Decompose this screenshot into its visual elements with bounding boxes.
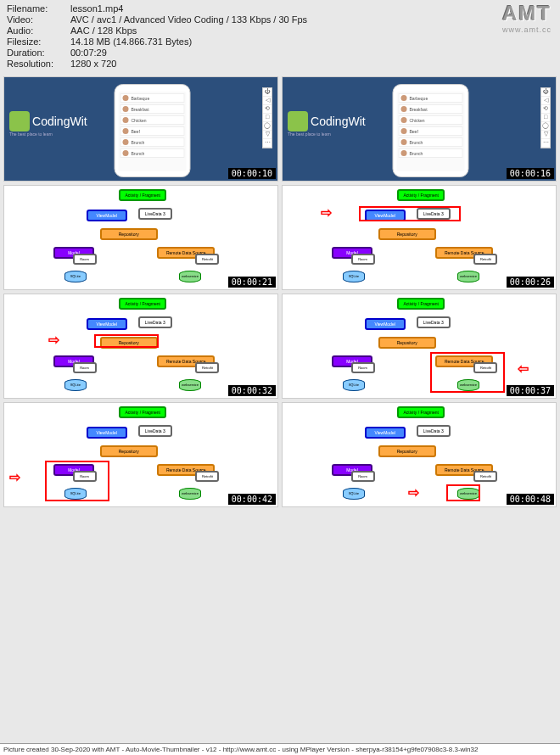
sqlite-cylinder: SQLite [343, 271, 365, 282]
room-box: Room [73, 254, 97, 265]
phone-screen: Barbeque Breakfast Chicken Beef Brunch B… [119, 92, 187, 171]
livedata-box: LiveData 3 [417, 316, 451, 328]
thumb-3: Activity / Fragment ViewModel LiveData 3… [3, 185, 278, 290]
resolution-value: 1280 x 720 [70, 59, 116, 69]
retrofit-box: Retrofit [473, 254, 497, 265]
arrow-icon: ⇨ [48, 332, 59, 348]
thumb-5: Activity / Fragment ViewModel LiveData 3… [3, 294, 278, 399]
brand-title: CodingWit [311, 115, 366, 128]
repository-box: Repository [100, 228, 158, 240]
phone-mockup: Barbeque Breakfast Chicken Beef Brunch B… [393, 84, 469, 177]
sqlite-cylinder: SQLite [343, 488, 365, 500]
sqlite-cylinder: SQLite [64, 379, 87, 391]
list-item: Brunch [399, 148, 463, 158]
viewmodel-box: ViewModel [87, 318, 127, 330]
thumb-7: Activity / Fragment ViewModel LiveData 3… [3, 402, 278, 507]
resolution-label: Resolution: [7, 59, 70, 69]
timestamp: 00:00:10 [228, 168, 276, 179]
list-item: Breakfast [399, 104, 463, 114]
viewmodel-box: ViewModel [87, 427, 127, 439]
livedata-box: LiveData 3 [138, 316, 172, 328]
architecture-diagram: Activity / Fragment ViewModel LiveData 3… [4, 294, 277, 398]
timestamp: 00:00:37 [507, 385, 554, 396]
architecture-diagram: Activity / Fragment ViewModel LiveData 3… [283, 294, 556, 398]
logo-url: www.amt.cc [502, 25, 552, 34]
viewmodel-box: ViewModel [87, 210, 127, 221]
thumb-4: Activity / Fragment ViewModel LiveData 3… [282, 185, 557, 290]
brand-block: CodingWit The best place to learn [9, 111, 87, 137]
duration-value: 00:07:29 [70, 48, 107, 58]
brand-title: CodingWit [32, 115, 87, 128]
activity-box: Activity / Fragment [397, 406, 445, 418]
repository-box: Repository [100, 445, 158, 457]
activity-box: Activity / Fragment [397, 189, 445, 201]
list-item: Brunch [120, 148, 185, 158]
room-box: Room [351, 254, 375, 265]
highlight-box [94, 334, 159, 348]
thumb-1: CodingWit The best place to learn Barbeq… [3, 76, 278, 182]
activity-box: Activity / Fragment [119, 406, 166, 418]
webservice-cylinder: webservice [179, 488, 201, 500]
repository-box: Repository [378, 337, 436, 349]
retrofit-box: Retrofit [195, 471, 219, 482]
timestamp: 00:00:42 [228, 494, 276, 505]
android-icon [288, 111, 308, 131]
emulator-toolbar: ⏻◁⟲□◯▽⋯ [540, 87, 551, 148]
repository-box: Repository [378, 445, 436, 457]
list-item: Chicken [120, 115, 185, 125]
activity-box: Activity / Fragment [119, 189, 166, 201]
brand-subtitle: The best place to learn [288, 131, 366, 137]
timestamp: 00:00:21 [228, 277, 276, 288]
viewmodel-box: ViewModel [365, 318, 406, 330]
highlight-box [45, 461, 109, 501]
timestamp: 00:00:32 [228, 385, 276, 396]
phone-mockup: Barbeque Breakfast Chicken Beef Brunch B… [115, 84, 191, 177]
activity-box: Activity / Fragment [119, 298, 166, 310]
list-item: Barbeque [120, 93, 185, 103]
retrofit-box: Retrofit [473, 471, 497, 482]
list-item: Brunch [120, 137, 185, 147]
list-item: Brunch [399, 137, 463, 147]
highlight-box [359, 206, 461, 221]
sqlite-cylinder: SQLite [64, 271, 87, 282]
list-item: Chicken [399, 115, 463, 125]
arrow-icon: ⇨ [9, 469, 20, 485]
architecture-diagram: Activity / Fragment ViewModel LiveData 3… [4, 186, 277, 289]
livedata-box: LiveData 3 [138, 425, 172, 437]
audio-label: Audio: [7, 25, 70, 36]
list-item: Beef [120, 126, 185, 136]
livedata-box: LiveData 3 [417, 425, 451, 437]
list-item: Barbeque [399, 93, 463, 103]
list-item: Breakfast [120, 104, 185, 114]
highlight-box [446, 484, 480, 501]
footer-text: Picture created 30-Sep-2020 with AMT - A… [0, 743, 560, 755]
activity-box: Activity / Fragment [397, 298, 445, 310]
arrow-icon: ⇦ [518, 361, 529, 377]
architecture-diagram: Activity / Fragment ViewModel LiveData 3… [283, 403, 556, 506]
sqlite-cylinder: SQLite [343, 379, 365, 391]
timestamp: 00:00:48 [507, 494, 554, 505]
android-icon [9, 111, 30, 131]
timestamp: 00:00:26 [507, 277, 554, 288]
duration-label: Duration: [7, 48, 70, 58]
retrofit-box: Retrofit [195, 362, 219, 373]
phone-screen: Barbeque Breakfast Chicken Beef Brunch B… [397, 92, 465, 171]
filename-label: Filename: [7, 3, 70, 14]
brand-subtitle: The best place to learn [9, 131, 87, 137]
webservice-cylinder: webservice [179, 379, 201, 391]
arrow-icon: ⇨ [408, 484, 419, 501]
highlight-box [430, 352, 505, 393]
metadata-header: Filename:lesson1.mp4 Video:AVC / avc1 / … [0, 0, 560, 73]
retrofit-box: Retrofit [195, 254, 219, 265]
livedata-box: LiveData 3 [138, 208, 172, 220]
architecture-diagram: Activity / Fragment ViewModel LiveData 3… [283, 186, 556, 289]
thumb-2: CodingWit The best place to learn Barbeq… [282, 76, 557, 182]
thumbnail-grid: CodingWit The best place to learn Barbeq… [0, 73, 560, 511]
room-box: Room [73, 362, 97, 373]
webservice-cylinder: webservice [179, 271, 201, 282]
viewmodel-box: ViewModel [365, 427, 406, 439]
video-label: Video: [7, 14, 70, 25]
filesize-value: 14.18 MB (14.866.731 Bytes) [70, 36, 192, 47]
thumb-6: Activity / Fragment ViewModel LiveData 3… [282, 294, 557, 399]
list-item: Beef [399, 126, 463, 136]
